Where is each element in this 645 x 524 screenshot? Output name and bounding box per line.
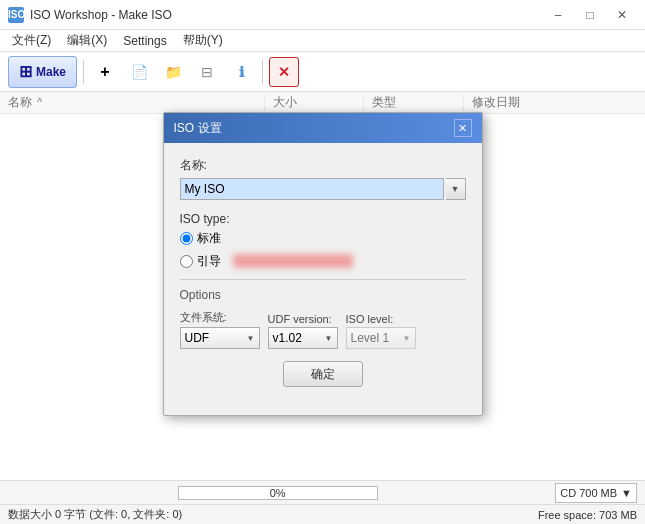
filesystem-value: UDF (185, 331, 210, 345)
info-icon: ℹ (239, 64, 244, 80)
dialog-titlebar: ISO 设置 ✕ (164, 113, 482, 143)
move-button[interactable]: ⊟ (192, 57, 222, 87)
dialog-body: 名称: ▼ ISO type: 标准 (164, 143, 482, 415)
name-dropdown-button[interactable]: ▼ (446, 178, 466, 200)
cd-size-label: CD 700 MB (560, 487, 617, 499)
filesystem-group: 文件系统: UDF ▼ (180, 310, 260, 349)
iso-level-select[interactable]: Level 1 ▼ (346, 327, 416, 349)
radio-standard-row: 标准 (180, 230, 466, 247)
info-bar: 数据大小 0 字节 (文件: 0, 文件夹: 0) Free space: 70… (0, 504, 645, 524)
app-icon: ISO (8, 7, 24, 23)
toolbar: ⊞ Make + 📄 📁 ⊟ ℹ ✕ (0, 52, 645, 92)
filesystem-label: 文件系统: (180, 310, 260, 325)
remove-icon: ✕ (278, 64, 290, 80)
options-row: 文件系统: UDF ▼ UDF version: v1.02 ▼ (180, 310, 466, 349)
menu-edit[interactable]: 编辑(X) (59, 30, 115, 51)
folder-icon: 📁 (165, 64, 182, 80)
iso-type-label: ISO type: (180, 212, 466, 226)
iso-level-value: Level 1 (351, 331, 390, 345)
title-bar: ISO ISO Workshop - Make ISO – □ ✕ (0, 0, 645, 30)
iso-name-input[interactable] (180, 178, 444, 200)
radio-boot-label: 引导 (197, 253, 221, 270)
radio-boot[interactable] (180, 255, 193, 268)
filesystem-select[interactable]: UDF ▼ (180, 327, 260, 349)
dialog-overlay: ISO 设置 ✕ 名称: ▼ ISO type: (0, 92, 645, 480)
main-area: 名称 ^ 大小 类型 修改日期 ISO 设置 ✕ 名称: (0, 92, 645, 480)
progress-text: 0% (270, 487, 286, 499)
remove-button[interactable]: ✕ (269, 57, 299, 87)
free-space-info: Free space: 703 MB (538, 509, 637, 521)
add-button[interactable]: + (90, 57, 120, 87)
dropdown-arrow-icon: ▼ (451, 184, 460, 194)
iso-settings-dialog: ISO 设置 ✕ 名称: ▼ ISO type: (163, 112, 483, 416)
dialog-close-button[interactable]: ✕ (454, 119, 472, 137)
radio-standard-label: 标准 (197, 230, 221, 247)
window-controls: – □ ✕ (543, 5, 637, 25)
menu-file[interactable]: 文件(Z) (4, 30, 59, 51)
new-file-button[interactable]: 📄 (124, 57, 154, 87)
iso-level-group: ISO level: Level 1 ▼ (346, 313, 416, 349)
menu-help[interactable]: 帮助(Y) (175, 30, 231, 51)
boot-blurred-content (233, 254, 353, 268)
window-close-button[interactable]: ✕ (607, 5, 637, 25)
cd-size-arrow-icon: ▼ (621, 487, 632, 499)
radio-standard[interactable] (180, 232, 193, 245)
data-size-info: 数据大小 0 字节 (文件: 0, 文件夹: 0) (8, 507, 182, 522)
maximize-button[interactable]: □ (575, 5, 605, 25)
make-label: Make (36, 65, 66, 79)
minimize-button[interactable]: – (543, 5, 573, 25)
move-icon: ⊟ (201, 64, 213, 80)
filesystem-arrow-icon: ▼ (247, 334, 255, 343)
name-input-row: ▼ (180, 178, 466, 200)
menu-bar: 文件(Z) 编辑(X) Settings 帮助(Y) (0, 30, 645, 52)
folder-button[interactable]: 📁 (158, 57, 188, 87)
cd-size-select[interactable]: CD 700 MB ▼ (555, 483, 637, 503)
udf-version-value: v1.02 (273, 331, 302, 345)
dialog-footer: 确定 (180, 349, 466, 401)
status-bar: 0% CD 700 MB ▼ (0, 480, 645, 504)
new-file-icon: 📄 (131, 64, 148, 80)
udf-version-group: UDF version: v1.02 ▼ (268, 313, 338, 349)
iso-level-arrow-icon: ▼ (403, 334, 411, 343)
iso-level-label: ISO level: (346, 313, 416, 325)
window-title: ISO Workshop - Make ISO (30, 8, 543, 22)
udf-version-arrow-icon: ▼ (325, 334, 333, 343)
info-button[interactable]: ℹ (226, 57, 256, 87)
udf-version-select[interactable]: v1.02 ▼ (268, 327, 338, 349)
toolbar-separator-2 (262, 60, 263, 84)
make-icon: ⊞ (19, 62, 32, 81)
iso-type-group: ISO type: 标准 引导 (180, 212, 466, 271)
status-right: CD 700 MB ▼ (555, 483, 637, 503)
toolbar-separator-1 (83, 60, 84, 84)
radio-boot-row: 引导 (180, 251, 466, 271)
ok-label: 确定 (311, 366, 335, 383)
name-field-group: 名称: ▼ (180, 157, 466, 200)
ok-button[interactable]: 确定 (283, 361, 363, 387)
name-label: 名称: (180, 157, 466, 174)
add-icon: + (100, 63, 109, 81)
options-label: Options (180, 288, 466, 302)
progress-bar-container: 0% (178, 486, 378, 500)
options-section: Options 文件系统: UDF ▼ UDF version: (180, 279, 466, 349)
progress-section: 0% (8, 486, 555, 500)
make-button[interactable]: ⊞ Make (8, 56, 77, 88)
menu-settings[interactable]: Settings (115, 32, 174, 50)
dialog-title: ISO 设置 (174, 120, 222, 137)
udf-version-label: UDF version: (268, 313, 338, 325)
